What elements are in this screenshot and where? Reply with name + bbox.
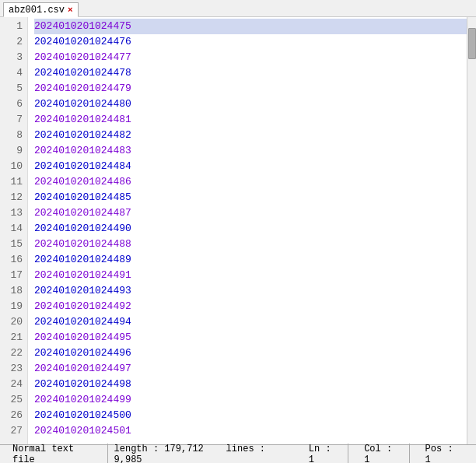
line-value: 2024010201024483 — [34, 143, 131, 159]
code-line[interactable]: 2024010201024497 — [34, 361, 467, 377]
line-number: 22 — [3, 345, 23, 361]
line-number: 15 — [3, 237, 23, 252]
line-number: 1 — [3, 19, 23, 34]
line-value: 2024010201024501 — [34, 423, 131, 439]
line-number: 10 — [3, 159, 23, 174]
tab-close-button[interactable]: × — [68, 5, 73, 15]
line-value: 2024010201024488 — [34, 237, 131, 252]
code-line[interactable]: 2024010201024501 — [34, 423, 467, 439]
title-bar: abz001.csv × — [0, 0, 476, 17]
code-line[interactable]: 2024010201024498 — [34, 377, 467, 392]
line-value: 2024010201024476 — [34, 34, 131, 50]
status-bar: Normal text file length : 179,712 lines … — [0, 444, 476, 463]
line-value: 2024010201024479 — [34, 81, 131, 96]
line-value: 2024010201024480 — [34, 96, 131, 112]
code-line[interactable]: 2024010201024486 — [34, 174, 467, 190]
lines-value: 9,985 — [114, 454, 142, 464]
tab-filename: abz001.csv — [9, 5, 65, 16]
line-value: 2024010201024494 — [34, 314, 131, 330]
length-value: 179,712 — [164, 444, 203, 454]
line-value: 2024010201024477 — [34, 50, 131, 65]
code-line[interactable]: 2024010201024484 — [34, 159, 467, 174]
line-value: 2024010201024489 — [34, 252, 131, 268]
editor-area: 1234567891011121314151617181920212223242… — [0, 17, 476, 444]
line-number: 9 — [3, 143, 23, 159]
code-content[interactable]: 2024010201024475202401020102447620240102… — [28, 17, 467, 444]
line-number: 17 — [3, 268, 23, 283]
code-line[interactable]: 2024010201024493 — [34, 283, 467, 299]
scrollbar-thumb[interactable] — [468, 28, 476, 59]
line-number: 3 — [3, 50, 23, 65]
line-number: 26 — [3, 408, 23, 423]
line-number: 23 — [3, 361, 23, 377]
code-line[interactable]: 2024010201024490 — [34, 221, 467, 237]
line-number: 19 — [3, 299, 23, 314]
line-number: 16 — [3, 252, 23, 268]
code-line[interactable]: 2024010201024489 — [34, 252, 467, 268]
line-number: 12 — [3, 190, 23, 205]
line-value: 2024010201024478 — [34, 65, 131, 81]
pos-info: Pos : 1 — [419, 444, 470, 464]
ln-info: Ln : 1 — [303, 444, 348, 464]
code-line[interactable]: 2024010201024494 — [34, 314, 467, 330]
line-number: 21 — [3, 330, 23, 345]
code-line[interactable]: 2024010201024483 — [34, 143, 467, 159]
code-line[interactable]: 2024010201024500 — [34, 408, 467, 423]
line-number: 20 — [3, 314, 23, 330]
line-value: 2024010201024492 — [34, 299, 131, 314]
length-label: length : — [114, 444, 159, 454]
code-line[interactable]: 2024010201024492 — [34, 299, 467, 314]
line-number: 27 — [3, 423, 23, 439]
file-type-label: Normal text file — [6, 444, 108, 464]
line-value: 2024010201024487 — [34, 205, 131, 221]
code-line[interactable]: 2024010201024495 — [34, 330, 467, 345]
code-line[interactable]: 2024010201024480 — [34, 96, 467, 112]
line-number: 18 — [3, 283, 23, 299]
line-numbers: 1234567891011121314151617181920212223242… — [0, 17, 28, 444]
status-left: Normal text file length : 179,712 lines … — [6, 444, 303, 464]
line-number: 13 — [3, 205, 23, 221]
line-value: 2024010201024496 — [34, 345, 131, 361]
line-value: 2024010201024486 — [34, 174, 131, 190]
line-value: 2024010201024482 — [34, 128, 131, 143]
line-number: 2 — [3, 34, 23, 50]
line-number: 11 — [3, 174, 23, 190]
line-value: 2024010201024500 — [34, 408, 131, 423]
code-line[interactable]: 2024010201024482 — [34, 128, 467, 143]
code-line[interactable]: 2024010201024487 — [34, 205, 467, 221]
line-value: 2024010201024475 — [34, 19, 131, 34]
line-value: 2024010201024499 — [34, 392, 131, 408]
line-number: 24 — [3, 377, 23, 392]
line-number: 5 — [3, 81, 23, 96]
line-number: 6 — [3, 96, 23, 112]
code-line[interactable]: 2024010201024481 — [34, 112, 467, 128]
code-line[interactable]: 2024010201024496 — [34, 345, 467, 361]
line-number: 25 — [3, 392, 23, 408]
code-line[interactable]: 2024010201024491 — [34, 268, 467, 283]
code-line[interactable]: 2024010201024476 — [34, 34, 467, 50]
line-value: 2024010201024490 — [34, 221, 131, 237]
length-info: length : 179,712 lines : 9,985 — [108, 444, 303, 464]
line-value: 2024010201024497 — [34, 361, 131, 377]
line-number: 4 — [3, 65, 23, 81]
line-value: 2024010201024485 — [34, 190, 131, 205]
status-right: Ln : 1 Col : 1 Pos : 1 — [303, 444, 470, 464]
line-value: 2024010201024484 — [34, 159, 131, 174]
vertical-scrollbar[interactable] — [467, 17, 476, 444]
code-line[interactable]: 2024010201024479 — [34, 81, 467, 96]
line-value: 2024010201024495 — [34, 330, 131, 345]
file-tab[interactable]: abz001.csv × — [3, 2, 79, 17]
lines-label: lines : — [226, 444, 265, 454]
line-value: 2024010201024498 — [34, 377, 131, 392]
line-number: 8 — [3, 128, 23, 143]
code-line[interactable]: 2024010201024499 — [34, 392, 467, 408]
code-line[interactable]: 2024010201024475 — [34, 19, 467, 34]
line-value: 2024010201024493 — [34, 283, 131, 299]
line-value: 2024010201024491 — [34, 268, 131, 283]
line-number: 7 — [3, 112, 23, 128]
code-line[interactable]: 2024010201024477 — [34, 50, 467, 65]
code-line[interactable]: 2024010201024478 — [34, 65, 467, 81]
code-line[interactable]: 2024010201024488 — [34, 237, 467, 252]
code-line[interactable]: 2024010201024485 — [34, 190, 467, 205]
line-value: 2024010201024481 — [34, 112, 131, 128]
